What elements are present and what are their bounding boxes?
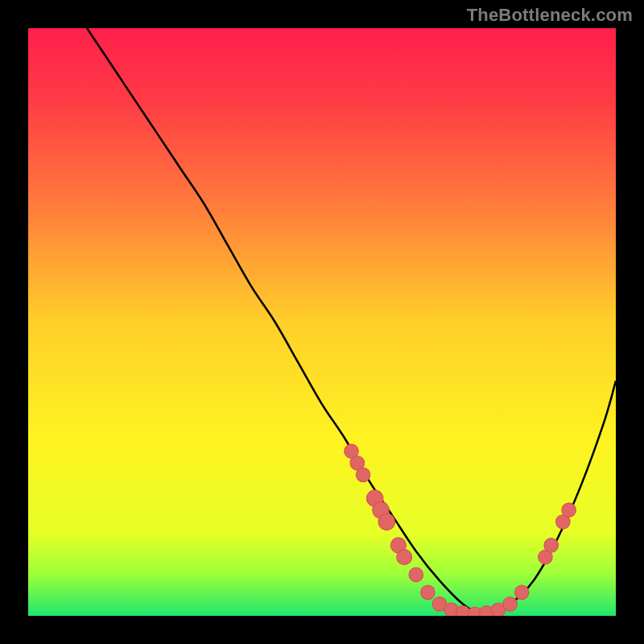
marker-right-2 <box>544 539 559 553</box>
marker-left-cluster-3 <box>356 468 370 482</box>
marker-bottom-1 <box>421 585 436 600</box>
marker-layer <box>345 444 576 616</box>
marker-bottom-9 <box>514 585 529 600</box>
marker-left-cluster-9 <box>409 568 423 582</box>
marker-left-cluster-6 <box>378 514 394 530</box>
plot-area <box>28 28 616 616</box>
watermark-text: TheBottleneck.com <box>467 5 633 26</box>
marker-bottom-8 <box>503 597 518 612</box>
chart-svg <box>28 28 616 616</box>
marker-left-cluster-8 <box>397 550 412 565</box>
app-frame: TheBottleneck.com <box>0 0 644 644</box>
marker-right-4 <box>562 503 576 518</box>
bottleneck-curve <box>87 28 616 616</box>
